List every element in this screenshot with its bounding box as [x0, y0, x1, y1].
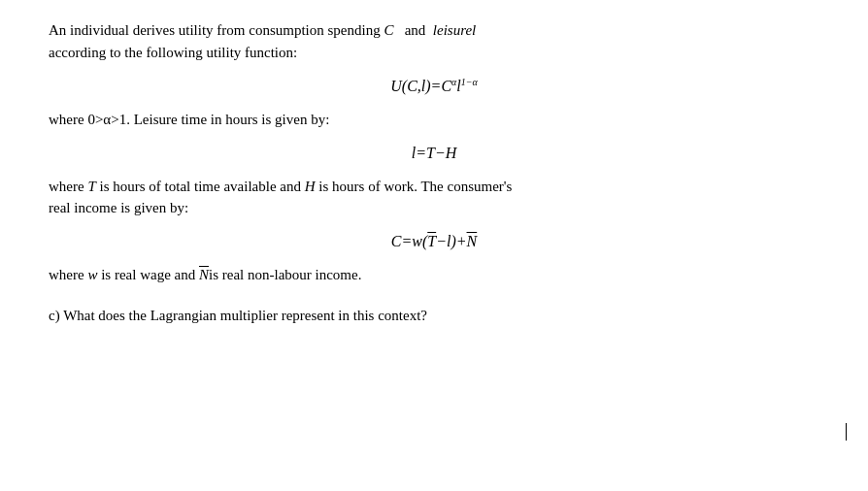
leisure-italic: leisure: [433, 22, 472, 38]
where2-paragraph: where T is hours of total time available…: [49, 176, 819, 219]
where2-H: H: [305, 179, 316, 194]
and-text: and: [405, 22, 426, 38]
where2-part2: is hours of total time available and: [96, 179, 305, 194]
where2-part3: is hours of work. The consumer's: [316, 179, 513, 194]
consumption-var: C: [384, 22, 393, 38]
l-italic: l: [472, 22, 476, 38]
where3-part1: where: [49, 267, 87, 282]
where3-w: w: [87, 267, 97, 282]
intro-text-part1: An individual derives utility from consu…: [49, 22, 381, 38]
where3-paragraph: where w is real wage and Nis real non-la…: [49, 264, 819, 286]
intro-paragraph: An individual derives utility from consu…: [49, 19, 819, 63]
equation-3-block: C=w(T−l)+N: [49, 233, 819, 250]
eq3-T-overline: T: [427, 233, 436, 249]
equation-1-block: U(C,l)=Cαl1−α: [49, 77, 819, 95]
where3-part3: is real non-labour income.: [209, 267, 361, 282]
part-c-paragraph: c) What does the Lagrangian multiplier r…: [49, 305, 819, 327]
where3-N: N: [199, 267, 209, 282]
part-c-text: c) What does the Lagrangian multiplier r…: [49, 308, 427, 323]
text-cursor: [846, 423, 847, 441]
eq1-sup2: 1−α: [461, 77, 478, 87]
equation-2: l=T−H: [412, 145, 457, 161]
equation-2-block: l=T−H: [49, 145, 819, 162]
equation-1: U(C,l)=Cαl1−α: [390, 78, 478, 94]
equation-3: C=w(T−l)+N: [391, 233, 477, 249]
where1-text: where 0>α>1. Leisure time in hours is gi…: [49, 112, 329, 127]
intro-text-part2: according to the following utility funct…: [49, 45, 297, 60]
where2-part1: where: [49, 179, 87, 194]
where3-part2: is real wage and: [97, 267, 199, 282]
eq3-N-overline: N: [467, 233, 478, 249]
where2-T: T: [87, 179, 95, 194]
where1-paragraph: where 0>α>1. Leisure time in hours is gi…: [49, 109, 819, 131]
where2-line2: real income is given by:: [49, 200, 188, 215]
